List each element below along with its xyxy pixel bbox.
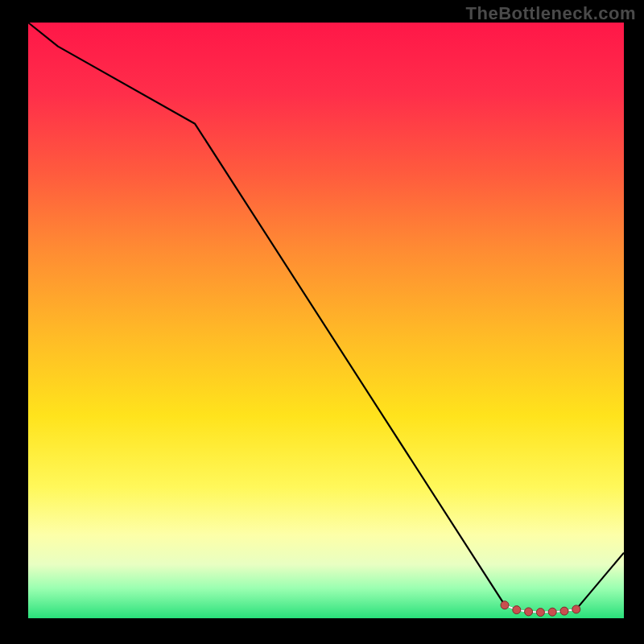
data-marker <box>572 605 580 613</box>
data-marker <box>525 608 533 616</box>
data-marker <box>548 608 556 616</box>
plot-area <box>28 23 624 618</box>
chart-frame: TheBottleneck.com <box>0 0 644 644</box>
data-marker <box>536 609 544 617</box>
data-marker <box>513 606 521 614</box>
series-line <box>28 23 624 613</box>
marker-group <box>501 601 580 617</box>
data-marker <box>560 607 568 615</box>
chart-svg <box>28 23 624 618</box>
watermark-text: TheBottleneck.com <box>466 3 636 24</box>
data-marker <box>501 601 509 609</box>
